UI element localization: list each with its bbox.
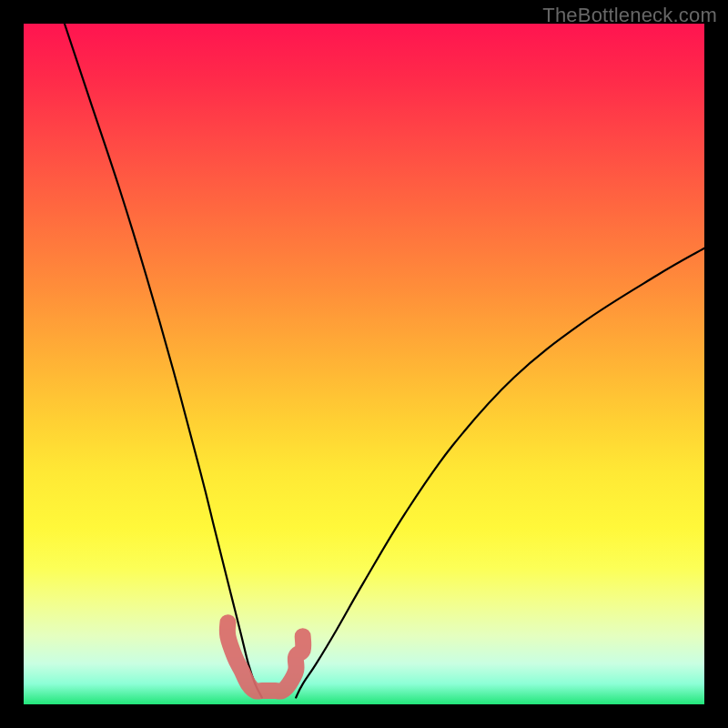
curve-overlay: [24, 24, 704, 704]
bottom-blob: [228, 622, 303, 691]
chart-frame: TheBottleneck.com: [0, 0, 728, 728]
plot-area: [24, 24, 704, 704]
right-curve: [296, 248, 704, 698]
left-curve: [65, 24, 262, 698]
